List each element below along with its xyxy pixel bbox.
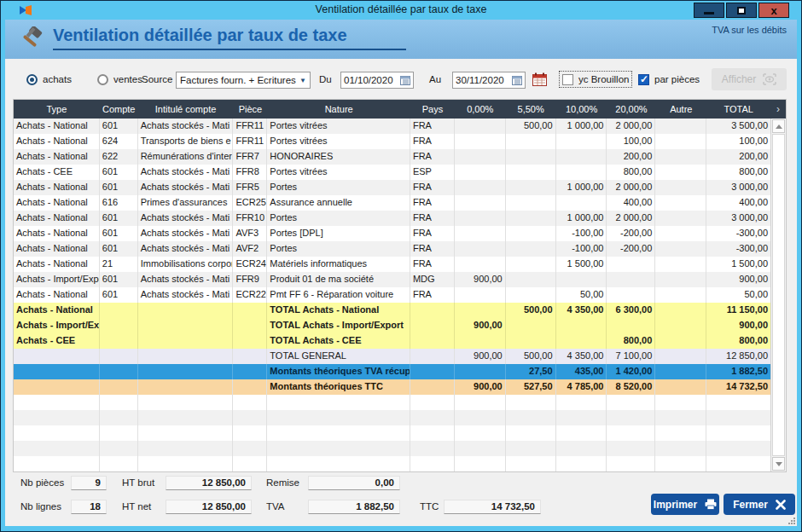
table-row[interactable]: Achats - National21Immobilisations corpo…	[14, 257, 770, 272]
cell-55[interactable]: 500,00	[506, 349, 556, 364]
cell-nature[interactable]: Portes [DPL]	[267, 226, 410, 241]
cell-intitule[interactable]	[138, 379, 234, 395]
cell-pays[interactable]: FRA	[410, 149, 455, 165]
cell-type[interactable]: Achats - National	[14, 226, 100, 241]
cell-intitule[interactable]: Transports de biens e	[138, 134, 234, 149]
cell-0[interactable]: 900,00	[455, 318, 506, 333]
cell-20[interactable]: 6 300,00	[607, 303, 655, 318]
table-row[interactable]: Achats - National601Achats stockés - Mat…	[14, 211, 770, 226]
cell-20[interactable]: 7 100,00	[607, 349, 655, 364]
cell-55[interactable]	[506, 180, 556, 195]
cell-compte[interactable]: 601	[100, 226, 138, 241]
cell-nature[interactable]: Portes	[267, 180, 410, 195]
cell-20[interactable]: 2 000,00	[607, 180, 655, 195]
cell-autre[interactable]	[655, 333, 706, 349]
cell-55[interactable]	[506, 318, 556, 333]
cell-total[interactable]: 1 500,00	[706, 257, 770, 272]
cell-compte[interactable]: 601	[100, 180, 138, 195]
cell-20[interactable]	[607, 272, 655, 287]
cell-0[interactable]	[455, 303, 506, 318]
cell-total[interactable]: 12 850,00	[706, 349, 770, 364]
checkbox-yc-brouillon[interactable]: yc Brouillon	[560, 72, 631, 87]
cell-piece[interactable]: ECR24	[233, 257, 267, 272]
cell-10[interactable]: 4 350,00	[556, 349, 607, 364]
cell-nature[interactable]: TOTAL GENERAL	[267, 349, 410, 364]
table-row[interactable]: Achats - Import/ExTOTAL Achats - Import/…	[14, 318, 770, 333]
cell-20[interactable]: 2 000,00	[607, 211, 655, 226]
cell-20[interactable]: 200,00	[607, 149, 655, 165]
col-header-intitule[interactable]: Intitulé compte	[138, 104, 234, 114]
cell-pays[interactable]: FRA	[410, 226, 455, 241]
cell-compte[interactable]: 601	[100, 211, 138, 226]
table-row[interactable]: Achats - CEETOTAL Achats - CEE800,00800,…	[14, 333, 770, 349]
maximize-button[interactable]	[726, 3, 757, 18]
cell-intitule[interactable]	[138, 364, 234, 379]
cell-20[interactable]: 1 420,00	[607, 364, 655, 379]
cell-type[interactable]: Achats - National	[14, 287, 100, 303]
table-row[interactable]: Achats - National622Rémunérations d'inte…	[14, 149, 770, 165]
cell-piece[interactable]	[233, 349, 267, 364]
cell-piece[interactable]: AVF2	[233, 241, 267, 257]
cell-total[interactable]: 800,00	[706, 165, 770, 180]
cell-55[interactable]	[506, 272, 556, 287]
yc-brouillon-checkbox[interactable]	[562, 74, 573, 85]
cell-type[interactable]: Achats - National	[14, 149, 100, 165]
table-row[interactable]: Achats - NationalTOTAL Achats - National…	[14, 303, 770, 318]
table-row[interactable]: Montants théoriques TTC900,00527,504 785…	[14, 379, 770, 395]
cell-10[interactable]: 50,00	[556, 287, 607, 303]
cell-nature[interactable]: TOTAL Achats - National	[267, 303, 410, 318]
cell-type[interactable]: Achats - CEE	[14, 333, 100, 349]
cell-55[interactable]	[506, 165, 556, 180]
cell-piece[interactable]	[233, 303, 267, 318]
cell-pays[interactable]	[410, 303, 455, 318]
cell-autre[interactable]	[655, 257, 706, 272]
cell-nature[interactable]: Portes	[267, 211, 410, 226]
cell-compte[interactable]	[100, 349, 138, 364]
cell-10[interactable]	[556, 318, 607, 333]
cell-20[interactable]: 400,00	[607, 195, 655, 211]
col-header-20[interactable]: 20,00%	[607, 104, 655, 114]
cell-20[interactable]	[607, 318, 655, 333]
cell-compte[interactable]: 601	[100, 119, 138, 134]
cell-0[interactable]: 900,00	[455, 349, 506, 364]
col-header-55[interactable]: 5,50%	[506, 104, 556, 114]
cell-10[interactable]	[556, 195, 607, 211]
cell-total[interactable]: 100,00	[706, 134, 770, 149]
cell-type[interactable]: Achats - National	[14, 134, 100, 149]
cell-intitule[interactable]: Achats stockés - Mati	[138, 241, 234, 257]
cell-10[interactable]: -100,00	[556, 226, 607, 241]
cell-intitule[interactable]: Immobilisations corpor	[138, 257, 234, 272]
cell-piece[interactable]	[233, 318, 267, 333]
title-bar[interactable]: Ventilation détaillée par taux de taxe x	[1, 1, 801, 20]
col-header-autre[interactable]: Autre	[655, 104, 706, 114]
cell-type[interactable]: Achats - National	[14, 257, 100, 272]
cell-compte[interactable]: 601	[100, 241, 138, 257]
cell-20[interactable]: -200,00	[607, 241, 655, 257]
table-row[interactable]: Achats - National624Transports de biens …	[14, 134, 770, 149]
cell-type[interactable]: Achats - National	[14, 211, 100, 226]
cell-total[interactable]: 800,00	[706, 333, 770, 349]
radio-ventes-control[interactable]	[97, 74, 108, 85]
cell-nature[interactable]: Portes vitrées	[267, 165, 410, 180]
cell-compte[interactable]: 622	[100, 149, 138, 165]
cell-pays[interactable]	[410, 364, 455, 379]
cell-autre[interactable]	[655, 318, 706, 333]
cell-piece[interactable]: FFR10	[233, 211, 267, 226]
cell-10[interactable]: 4 350,00	[556, 303, 607, 318]
cell-total[interactable]: 900,00	[706, 318, 770, 333]
par-pieces-checkbox[interactable]	[638, 74, 649, 85]
close-button[interactable]: x	[758, 3, 789, 18]
cell-autre[interactable]	[655, 287, 706, 303]
date-from-field[interactable]: 01/10/2020	[340, 72, 414, 89]
cell-pays[interactable]: FRA	[410, 257, 455, 272]
col-header-piece[interactable]: Pièce	[233, 104, 267, 114]
cell-type[interactable]: Achats - National	[14, 195, 100, 211]
cell-nature[interactable]: Pmt FF 6 - Réparation voiture	[267, 287, 410, 303]
cell-piece[interactable]	[233, 364, 267, 379]
cell-pays[interactable]: FRA	[410, 180, 455, 195]
fermer-button[interactable]: Fermer	[724, 494, 795, 515]
cell-10[interactable]	[556, 149, 607, 165]
radio-achats[interactable]: achats	[26, 72, 72, 87]
table-row[interactable]: TOTAL GENERAL900,00500,004 350,007 100,0…	[14, 349, 770, 364]
cell-type[interactable]	[14, 364, 100, 379]
